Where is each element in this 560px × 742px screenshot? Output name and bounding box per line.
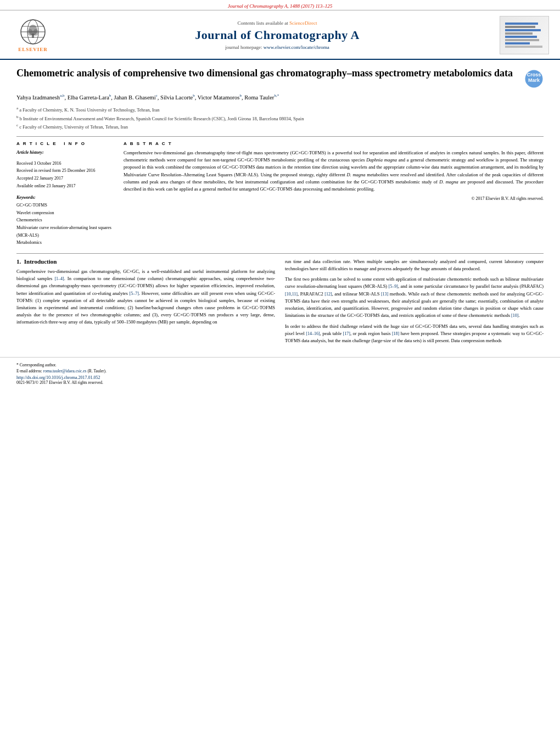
svg-text:Cross: Cross [527,72,541,77]
sciencedirect-link: Contents lists available at ScienceDirec… [55,20,500,26]
abstract-text: Comprehensive two-dimensional gas chroma… [124,149,544,193]
crossmark-icon[interactable]: Cross Mark [524,69,544,88]
section1-heading: Introduction [24,258,57,265]
abstract-heading: A B S T R A C T [124,141,544,146]
journal-banner: Journal of Chromatography A, 1488 (2017)… [0,0,560,10]
article-title: Chemometric analysis of comprehensive tw… [16,66,519,80]
header-center: Contents lists available at ScienceDirec… [55,20,500,50]
keyword-4: Multivariate curve resolution-alternatin… [16,224,113,239]
article-info-abstract-section: A R T I C L E I N F O Article history: R… [16,141,544,247]
keyword-5: Metabolomics [16,239,113,247]
footer-corresponding: * Corresponding author. [16,362,544,368]
svg-point-7 [27,29,33,36]
page: Journal of Chromatography A, 1488 (2017)… [0,0,560,742]
keyword-3: Chemometrics [16,216,113,224]
article-info-column: A R T I C L E I N F O Article history: R… [16,141,113,247]
homepage-url[interactable]: www.elsevier.com/locate/chroma [264,44,329,50]
divider-2 [16,253,544,254]
svg-point-8 [33,29,38,36]
elsevier-label: ELSEVIER [18,47,48,52]
section1-title: 1. Introduction [16,258,275,265]
header-area: ELSEVIER Contents lists available at Sci… [0,10,560,60]
intro-para-3: The first two problems can be solved to … [285,276,544,320]
available-date: Available online 23 January 2017 [16,182,113,190]
svg-text:Mark: Mark [528,77,540,83]
homepage-label: journal homepage: [225,44,262,50]
body-col-right: run time and data collection rate. When … [285,258,544,348]
doi-link[interactable]: http://dx.doi.org/10.1016/j.chroma.2017.… [16,375,100,380]
received-date: Received 3 October 2016 [16,160,113,168]
elsevier-logo: ELSEVIER [11,18,55,52]
body-col-left: 1. Introduction Comprehensive two-dimens… [16,258,275,348]
affiliation-c: c c Faculty of Chemistry, University of … [16,122,544,131]
body-section: 1. Introduction Comprehensive two-dimens… [16,258,544,348]
header-decorative-image [500,16,549,54]
accepted-date: Accepted 22 January 2017 [16,175,113,182]
sciencedirect-label: Contents lists available at [238,20,288,26]
sciencedirect-link-text[interactable]: ScienceDirect [289,20,317,26]
keyword-1: GC×GC-TOFMS [16,202,113,209]
email-name: (R. Tauler). [87,369,107,373]
section1-number: 1. [16,258,21,265]
intro-para-2: run time and data collection rate. When … [285,258,544,272]
footer-doi: http://dx.doi.org/10.1016/j.chroma.2017.… [16,375,544,380]
affiliation-a: a a Faculty of Chemistry, K. N. Toosi Un… [16,105,544,114]
journal-homepage: journal homepage: www.elsevier.com/locat… [55,44,500,50]
revised-date: Received in revised form 25 December 201… [16,167,113,175]
footer-copyright: 0021-9673/© 2017 Elsevier B.V. All right… [16,380,544,385]
article-info-heading: A R T I C L E I N F O [16,141,113,146]
affiliations: a a Faculty of Chemistry, K. N. Toosi Un… [16,105,544,131]
content-area: Chemometric analysis of comprehensive tw… [0,60,560,355]
elsevier-globe-icon [19,18,47,46]
article-history-label: Article history: [16,149,113,157]
affiliation-b: b b Institute of Environmental Assessmen… [16,114,544,122]
authors: Yahya Izadmanesha,b, Elba Garreta-Larab,… [16,93,544,102]
keyword-2: Wavelet compression [16,209,113,217]
journal-title: Journal of Chromatography A [55,28,500,42]
footer-area: * Corresponding author. E-mail address: … [0,357,560,388]
abstract-column: A B S T R A C T Comprehensive two-dimens… [124,141,544,247]
keywords-list: GC×GC-TOFMS Wavelet compression Chemomet… [16,202,113,247]
email-address[interactable]: roma.tauler@idaea.csic.es [43,369,87,373]
intro-para-1: Comprehensive two-dimensional gas chroma… [16,268,275,326]
banner-text: Journal of Chromatography A, 1488 (2017)… [228,3,333,9]
article-title-section: Chemometric analysis of comprehensive tw… [16,66,544,88]
keywords-label: Keywords: [16,195,113,200]
divider-1 [16,136,544,137]
footer-email: E-mail address: roma.tauler@idaea.csic.e… [16,368,544,374]
article-history-dates: Received 3 October 2016 Received in revi… [16,160,113,189]
copyright-line: © 2017 Elsevier B.V. All rights reserved… [124,196,544,201]
email-label: E-mail address: [16,369,42,373]
intro-para-4: In order to address the third challenge … [285,323,544,345]
corresponding-label: * Corresponding author. [16,362,57,367]
